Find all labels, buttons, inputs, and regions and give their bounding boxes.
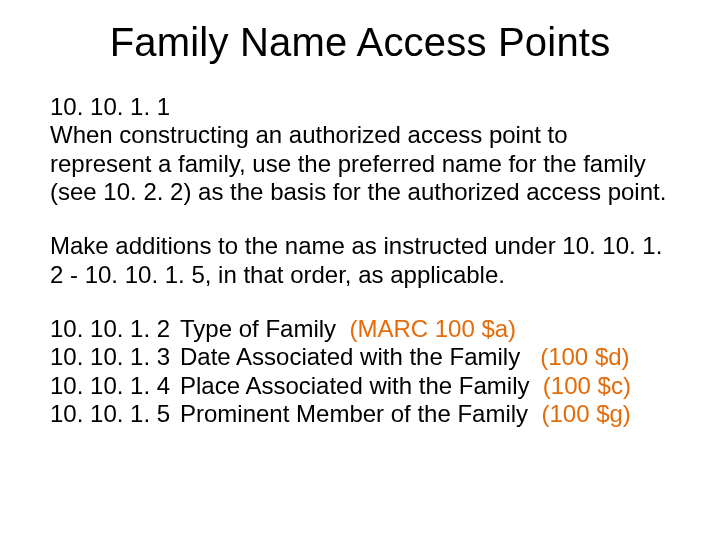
section-1-text: When constructing an authorized access p… (50, 121, 666, 205)
rule-item-number: 10. 10. 1. 5 (50, 400, 180, 428)
section-2: Make additions to the name as instructed… (50, 232, 670, 289)
rule-item-desc: Type of Family (MARC 100 $a) (180, 315, 670, 343)
page-title: Family Name Access Points (50, 20, 670, 65)
body-text: 10. 10. 1. 1 When constructing an author… (50, 93, 670, 428)
slide: Family Name Access Points 10. 10. 1. 1 W… (0, 0, 720, 540)
rule-list: 10. 10. 1. 2 Type of Family (MARC 100 $a… (50, 315, 670, 428)
rule-item-number: 10. 10. 1. 3 (50, 343, 180, 371)
rule-item: 10. 10. 1. 5 Prominent Member of the Fam… (50, 400, 670, 428)
rule-desc-text: Prominent Member of the Family (180, 400, 528, 427)
rule-item-desc: Place Associated with the Family (100 $c… (180, 372, 670, 400)
rule-item: 10. 10. 1. 3 Date Associated with the Fa… (50, 343, 670, 371)
rule-item-desc: Date Associated with the Family (100 $d) (180, 343, 670, 371)
marc-tag: (MARC 100 $a) (349, 315, 516, 342)
rule-item-number: 10. 10. 1. 2 (50, 315, 180, 343)
rule-item-desc: Prominent Member of the Family (100 $g) (180, 400, 670, 428)
marc-tag: (100 $c) (543, 372, 631, 399)
rule-desc-text: Type of Family (180, 315, 336, 342)
rule-item-number: 10. 10. 1. 4 (50, 372, 180, 400)
rule-desc-text: Date Associated with the Family (180, 343, 520, 370)
marc-tag: (100 $d) (540, 343, 629, 370)
section-1: 10. 10. 1. 1 When constructing an author… (50, 93, 670, 206)
section-2-text: Make additions to the name as instructed… (50, 232, 662, 287)
rule-item: 10. 10. 1. 2 Type of Family (MARC 100 $a… (50, 315, 670, 343)
rule-number: 10. 10. 1. 1 (50, 93, 670, 121)
rule-desc-text: Place Associated with the Family (180, 372, 530, 399)
marc-tag: (100 $g) (541, 400, 630, 427)
rule-item: 10. 10. 1. 4 Place Associated with the F… (50, 372, 670, 400)
